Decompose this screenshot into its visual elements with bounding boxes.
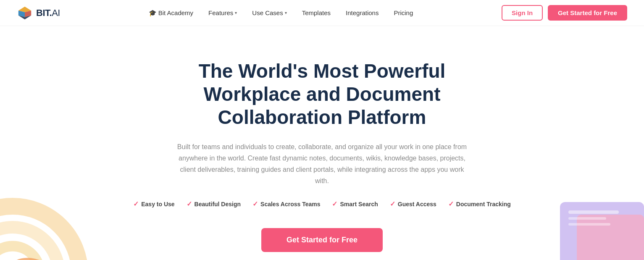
check-icon: ✓ xyxy=(252,200,258,208)
nav-use-cases[interactable]: Use Cases ▾ xyxy=(252,9,287,16)
check-icon: ✓ xyxy=(187,200,192,208)
feature-smart-search: ✓ Smart Search xyxy=(332,200,378,208)
check-icon: ✓ xyxy=(332,200,337,208)
feature-scales-across-teams: ✓ Scales Across Teams xyxy=(252,200,320,208)
feature-beautiful-design: ✓ Beautiful Design xyxy=(187,200,241,208)
logo-text: BIT.AI xyxy=(36,8,60,18)
feature-document-tracking: ✓ Document Tracking xyxy=(448,200,511,208)
nav-features[interactable]: Features ▾ xyxy=(208,9,237,16)
features-row: ✓ Easy to Use ✓ Beautiful Design ✓ Scale… xyxy=(8,200,636,208)
logo-icon xyxy=(17,5,33,21)
logo[interactable]: BIT.AI xyxy=(17,5,60,21)
signin-button[interactable]: Sign In xyxy=(502,5,543,21)
check-icon: ✓ xyxy=(133,200,139,208)
get-started-header-button[interactable]: Get Started for Free xyxy=(548,5,627,21)
get-started-cta-button[interactable]: Get Started for Free xyxy=(261,228,383,252)
feature-guest-access: ✓ Guest Access xyxy=(390,200,436,208)
check-icon: ✓ xyxy=(390,200,395,208)
hero-section: The World's Most Powerful Workplace and … xyxy=(0,26,644,260)
nav-bit-academy[interactable]: 🎓 Bit Academy xyxy=(149,9,193,17)
nav-actions: Sign In Get Started for Free xyxy=(502,5,627,21)
check-icon: ✓ xyxy=(448,200,454,208)
header: BIT.AI 🎓 Bit Academy Features ▾ Use Case… xyxy=(0,0,644,26)
nav-integrations[interactable]: Integrations xyxy=(346,9,379,16)
feature-easy-to-use: ✓ Easy to Use xyxy=(133,200,174,208)
graduation-icon: 🎓 xyxy=(149,9,157,17)
hero-headline: The World's Most Powerful Workplace and … xyxy=(154,60,490,129)
nav-templates[interactable]: Templates xyxy=(302,9,331,16)
chevron-down-icon: ▾ xyxy=(235,11,237,15)
hero-description: Built for teams and individuals to creat… xyxy=(175,141,469,187)
nav-pricing[interactable]: Pricing xyxy=(394,9,413,16)
hero-content: The World's Most Powerful Workplace and … xyxy=(8,60,636,260)
chevron-down-icon: ▾ xyxy=(285,11,287,15)
main-nav: 🎓 Bit Academy Features ▾ Use Cases ▾ Tem… xyxy=(149,9,413,17)
